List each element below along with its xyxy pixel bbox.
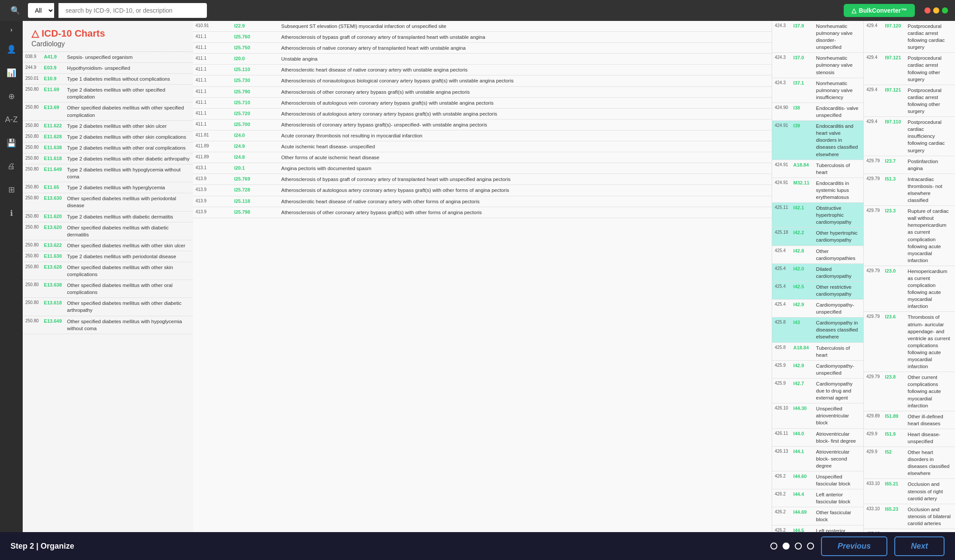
icd10-code: I24.0 [231,130,278,141]
sidebar-icon-print[interactable]: 🖨 [5,159,18,174]
center-table-row[interactable]: 410.91 I22.9 Subsequent ST elevation (ST… [193,21,772,32]
left-table-row[interactable]: 250.80 E13.649 Other specified diabetes … [23,316,193,334]
all-dropdown[interactable]: All [28,3,54,18]
center-table-row[interactable]: 411.81 I24.0 Acute coronary thrombosis n… [193,130,772,141]
left-table-row[interactable]: 250.80 E11.69 Type 2 diabetes mellitus w… [23,85,193,102]
right-right-table-row[interactable]: 429.79 I23.0 Hemopericardium as current … [864,266,955,312]
right-left-table-row[interactable]: 426.2 I44.5 Left posterior fascicular bl… [772,525,863,532]
center-table-row[interactable]: 411.1 I25.700 Atherosclerosis of coronar… [193,119,772,130]
right-right-table-row[interactable]: 429.79 I23.6 Thrombosis of atrium- auric… [864,312,955,372]
left-table-row[interactable]: 250.80 E11.620 Type 2 diabetes mellitus … [23,211,193,222]
bulk-converter-button[interactable]: △ BulkConverter™ [844,4,915,17]
center-table-row[interactable]: 411.1 I25.790 Atherosclerosis of other c… [193,86,772,97]
right-right-table-row[interactable]: 433.10 I65.21 Occlusion and stenosis of … [864,479,955,504]
right-right-table-row[interactable]: 429.79 I23.3 Rupture of cardiac wall wit… [864,206,955,266]
center-table-row[interactable]: 411.1 I25.720 Atherosclerosis of autolog… [193,108,772,119]
center-table-row[interactable]: 413.9 I25.728 Atherosclerosis of autolog… [193,185,772,196]
center-table-row[interactable]: 411.89 I24.9 Acute ischemic heart diseas… [193,141,772,152]
right-left-table-row[interactable]: 424.3 I37.9 Nonrheumatic pulmonary valve… [772,21,863,53]
left-table-row[interactable]: 250.80 E13.622 Other specified diabetes … [23,240,193,251]
right-right-table-row[interactable]: 429.9 I51.9 Heart disease- unspecified [864,429,955,447]
right-left-table-row[interactable]: 425.11 I42.1 Obstructive hypertrophic ca… [772,203,863,228]
sidebar-icon-az[interactable]: A-Z [3,113,21,127]
right-right-table-row[interactable]: 429.79 I23.7 Postinfarction angina [864,156,955,174]
dot-2[interactable] [783,543,790,550]
left-table-row[interactable]: 250.80 E11.649 Type 2 diabetes mellitus … [23,164,193,182]
right-right-table-row[interactable]: 429.4 I97.110 Postprocedural cardiac ins… [864,117,955,156]
right-left-table-row[interactable]: 425.9 I42.7 Cardiomyopathy due to drug a… [772,378,863,403]
center-table-row[interactable]: 411.1 I25.760 Atherosclerosis of bypass … [193,32,772,43]
right-left-table-row[interactable]: 425.4 I42.5 Other restrictive cardiomyop… [772,281,863,299]
right-left-table-row[interactable]: 425.4 I42.0 Dilated cardiomyopathy [772,263,863,281]
center-table-row[interactable]: 411.1 I25.110 Atherosclerotic heart dise… [193,65,772,75]
previous-button[interactable]: Previous [821,536,887,556]
right-right-table-row[interactable]: 429.4 I97.121 Postprocedural cardiac arr… [864,53,955,85]
right-left-table-row[interactable]: 424.91 I39 Endocarditis and heart valve … [772,121,863,160]
center-table-row[interactable]: 411.89 I24.8 Other forms of acute ischem… [193,152,772,163]
right-right-table-row[interactable]: 429.4 I97.121 Postprocedural cardiac arr… [864,85,955,116]
center-table-row[interactable]: 413.1 I20.1 Angina pectoris with documen… [193,163,772,174]
center-table-row[interactable]: 411.1 I25.710 Atherosclerosis of autolog… [193,97,772,108]
left-table-row[interactable]: 250.80 E13.69 Other specified diabetes m… [23,102,193,120]
right-left-table-row[interactable]: 426.10 I44.30 Unspecified atrioventricul… [772,403,863,428]
right-right-table-row[interactable]: 429.79 I51.3 Intracardiac thrombosis- no… [864,174,955,205]
right-left-table-row[interactable]: 424.91 A18.84 Tuberculosis of heart [772,160,863,178]
center-table-row[interactable]: 411.1 I25.750 Atherosclerosis of native … [193,43,772,54]
left-table-row[interactable]: 250.01 E10.9 Type 1 diabetes mellitus wi… [23,74,193,85]
center-table-row[interactable]: 411.1 I25.730 Atherosclerosis of nonauto… [193,75,772,86]
left-table-row[interactable]: 250.80 E13.628 Other specified diabetes … [23,262,193,280]
left-table-row[interactable]: 250.80 E13.620 Other specified diabetes … [23,222,193,240]
dot-4[interactable] [807,543,814,550]
left-table-row[interactable]: 250.80 E13.638 Other specified diabetes … [23,280,193,298]
right-left-table-row[interactable]: 425.9 I42.9 Cardiomyopathy- unspecified [772,360,863,378]
right-left-table-row[interactable]: 425.4 I42.9 Cardiomyopathy- unspecified [772,300,863,318]
dot-1[interactable] [770,543,777,550]
sidebar-icon-info[interactable]: ℹ [7,206,16,221]
center-table-row[interactable]: 413.9 I25.769 Atherosclerosis of bypass … [193,174,772,185]
center-table-row[interactable]: 413.9 I25.798 Atherosclerosis of other c… [193,207,772,218]
left-table-row[interactable]: 250.80 E11.618 Type 2 diabetes mellitus … [23,153,193,164]
right-left-table-row[interactable]: 424.91 M32.11 Endocarditis in systemic l… [772,178,863,202]
right-left-table-row[interactable]: 426.2 I44.69 Other fascicular block [772,507,863,525]
sidebar-icon-chart[interactable]: 📊 [4,65,19,80]
left-table-row[interactable]: 250.80 E11.630 Type 2 diabetes mellitus … [23,251,193,262]
right-left-table-row[interactable]: 424.90 I38 Endocarditis- valve unspecifi… [772,102,863,120]
right-left-table-row[interactable]: 424.3 I37.1 Nonrheumatic pulmonary valve… [772,78,863,102]
right-right-table-row[interactable]: 429.9 I52 Other heart disorders in disea… [864,447,955,479]
search-icon-button[interactable]: 🔍 [7,4,24,17]
left-table-row[interactable]: 250.80 E11.622 Type 2 diabetes mellitus … [23,120,193,131]
right-left-table-row[interactable]: 426.2 I44.60 Unspecified fascicular bloc… [772,471,863,489]
search-input[interactable] [58,3,207,18]
right-left-table-row[interactable]: 424.3 I37.0 Nonrheumatic pulmonary valve… [772,53,863,78]
right-left-table-row[interactable]: 425.8 I43 Cardiomyopathy in diseases cla… [772,318,863,342]
right-left-table-row[interactable]: 426.2 I44.4 Left anterior fascicular blo… [772,489,863,507]
right-table-right-body: 429.4 I97.120 Postprocedural cardiac arr… [864,21,955,532]
sidebar-icon-save[interactable]: 💾 [4,136,19,150]
center-table-row[interactable]: 411.1 I20.0 Unstable angina [193,54,772,65]
right-left-table-row[interactable]: 426.11 I44.0 Atrioventricular block- fir… [772,428,863,446]
left-table-row[interactable]: 250.80 E11.638 Type 2 diabetes mellitus … [23,142,193,153]
right-right-table-row[interactable]: 429.79 I23.8 Other current complications… [864,372,955,411]
right-left-table-row[interactable]: 425.4 I42.8 Other cardiomyopathies [772,246,863,263]
icd10-code: I25.769 [231,174,278,185]
left-table-row[interactable]: 250.80 E11.65 Type 2 diabetes mellitus w… [23,182,193,193]
right-right-table-row[interactable]: 429.89 I51.89 Other ill-defined heart di… [864,411,955,429]
right-right-table-row[interactable]: 433.10 I65.23 Occlusion and stenosis of … [864,504,955,529]
left-table-row[interactable]: 244.9 E03.9 Hypothyroidism- unspecified [23,63,193,74]
sidebar-icon-crosshair[interactable]: ⊕ [6,89,17,104]
sidebar-icon-user[interactable]: 👤 [4,42,19,57]
left-table-row[interactable]: 038.9 A41.9 Sepsis- unspecified organism [23,52,193,63]
next-button[interactable]: Next [894,536,945,556]
right-left-table-row[interactable]: 425.18 I42.2 Other hypertrophic cardiomy… [772,228,863,246]
right-left-table-row[interactable]: 425.8 A18.84 Tuberculosis of heart [772,342,863,360]
left-table-row[interactable]: 250.80 E13.618 Other specified diabetes … [23,298,193,316]
left-table-row[interactable]: 250.80 E13.630 Other specified diabetes … [23,193,193,211]
right-right-table-row[interactable]: 433.10 I65.29 Occlusion and stenosis of … [864,529,955,533]
right-right-table-row[interactable]: 429.4 I97.120 Postprocedural cardiac arr… [864,21,955,53]
sidebar-icon-table[interactable]: ⊞ [6,182,17,197]
left-table-row[interactable]: 250.80 E11.628 Type 2 diabetes mellitus … [23,131,193,142]
right-left-table-row[interactable]: 426.13 I44.1 Atrioventricular block- sec… [772,446,863,471]
dot-3[interactable] [795,543,802,550]
sidebar-chevron[interactable]: › [10,26,13,33]
center-table-row[interactable]: 413.9 I25.118 Atherosclerotic heart dise… [193,196,772,207]
